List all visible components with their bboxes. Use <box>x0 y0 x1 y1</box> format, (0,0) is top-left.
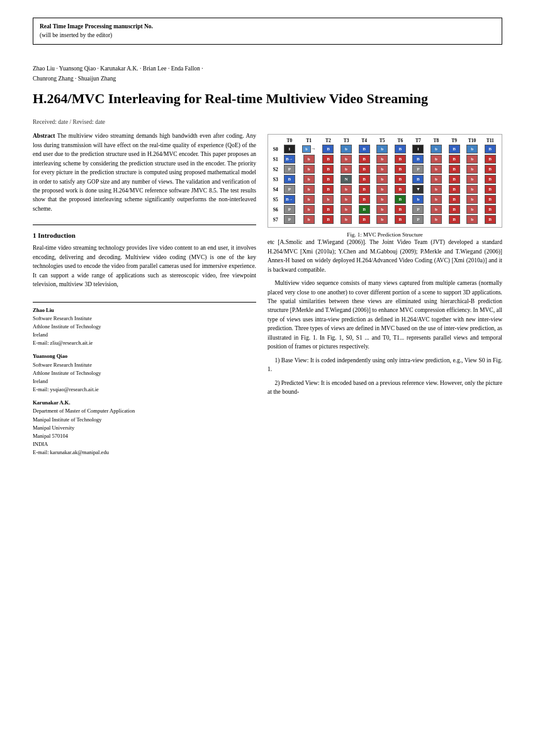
cell-s4-t5: b <box>376 185 388 194</box>
cell-s5-t2: b <box>322 195 334 204</box>
affil-line: Manipal University <box>33 424 256 432</box>
right-para2: Multiview video sequence consists of man… <box>268 279 502 352</box>
page: Real Time Image Processing manuscript No… <box>0 0 535 756</box>
figure-container: T0 T1 T2 T3 T4 T5 T6 T7 T8 T9 T10 <box>268 134 502 238</box>
cell-s7-t7: P <box>412 215 424 224</box>
col-t8-header: T8 <box>427 137 446 144</box>
cell-s4-t10: b <box>466 185 478 194</box>
affil-line: E-mail: karunakar.ak@manipal.edu <box>33 448 256 457</box>
cell-s4-t2: B <box>322 185 334 194</box>
cell-s1-t1: b <box>303 155 315 164</box>
cell-s3-t5: b <box>376 175 388 184</box>
affil-line: Athlone Institute of Technology <box>33 323 256 331</box>
cell-s5-t7: b <box>412 195 424 204</box>
authors-line1: Zhao Liu · Yuansong Qiao · Karunakar A.K… <box>33 64 502 74</box>
authors-line2: Chunrong Zhang · Shuaijun Zhang <box>33 74 502 84</box>
affiliations-block: Zhao Liu Software Research Institute Ath… <box>33 302 256 457</box>
col-t7-header: T7 <box>409 137 427 144</box>
cell-s7-t8: b <box>431 215 442 224</box>
two-col-layout: Abstract The multiview video streaming d… <box>33 131 502 462</box>
cell-s2-t10: b <box>466 165 478 174</box>
mvc-row-s4: S4 P b B b B b B ▼ b B b <box>271 184 499 194</box>
col-t6-header: T6 <box>391 137 410 144</box>
cell-s3-t7: B <box>412 175 424 184</box>
cell-s1-t8: b <box>431 155 442 164</box>
cell-s7-t5: b <box>376 215 388 224</box>
figure-caption: Fig. 1: MVC Prediction Structure <box>347 231 423 238</box>
right-para1: etc [A.Smolic and T.Wiegand (2006)]. The… <box>268 238 502 274</box>
cell-s5-t4: B <box>359 195 370 204</box>
row-label-s0: S0 <box>271 144 280 154</box>
right-para4: 2) Predicted View: It is encoded based o… <box>268 379 502 397</box>
cell-s6-t2: B <box>322 205 334 214</box>
affil-line: INDIA <box>33 440 256 448</box>
right-para3: 1) Base View: It is coded independently … <box>268 356 502 374</box>
cell-s7-t1: b <box>303 215 315 224</box>
cell-s7-t2: B <box>322 215 334 224</box>
col-t4-header: T4 <box>355 137 373 144</box>
cell-s4-t0: P <box>284 185 295 194</box>
cell-s6-t11: B <box>485 205 496 214</box>
mvc-row-s1: S1 B→ b B b B b B B b B <box>271 154 499 164</box>
cell-s3-t0: B <box>284 175 295 184</box>
row-label-s3: S3 <box>271 174 280 184</box>
cell-s2-t11: B <box>485 165 496 174</box>
cell-s0-t0: I <box>284 145 295 153</box>
cell-s5-t10: b <box>466 195 478 204</box>
affil-line: E-mail: ysqiao@research.ait.ie <box>33 386 256 394</box>
row-label-s7: S7 <box>271 214 280 225</box>
cell-s7-t10: b <box>466 215 478 224</box>
affil-line: Ireland <box>33 377 256 386</box>
col-t1-header: T1 <box>298 137 319 144</box>
cell-s0-t5: b <box>376 145 388 153</box>
cell-s2-t8: b <box>431 165 442 174</box>
col-s-header <box>271 137 280 144</box>
left-column: Abstract The multiview video streaming d… <box>33 131 256 462</box>
cell-s4-t8: b <box>431 185 442 194</box>
cell-s3-t1: b <box>303 175 315 184</box>
cell-s6-t4: B <box>359 205 370 214</box>
affil-karunakar: Karunakar A.K. Department of Master of C… <box>33 399 256 457</box>
cell-s1-t9: B <box>449 155 460 164</box>
cell-s1-t4: B <box>359 155 370 164</box>
mvc-row-s0: S0 I b→ B b B b B I b B <box>271 144 499 154</box>
cell-s1-t0: B→ <box>284 155 295 164</box>
cell-s6-t0: P <box>284 205 295 214</box>
cell-s0-t9: B <box>449 145 460 153</box>
header-subtitle: (will be inserted by the editor) <box>40 31 495 40</box>
section1-title: 1 Introduction <box>33 231 256 239</box>
section1-text: Real-time video streaming technology pro… <box>33 243 256 289</box>
col-t3-header: T3 <box>337 137 356 144</box>
col-t10-header: T10 <box>463 137 482 144</box>
cell-s6-t3: b <box>341 205 352 214</box>
affil-line: Department of Master of Computer Applica… <box>33 407 256 415</box>
cell-s3-t4: B <box>359 175 370 184</box>
cell-s5-t9: B <box>449 195 460 204</box>
cell-s4-t11: B <box>485 185 496 194</box>
affil-name-1: Zhao Liu <box>33 306 256 314</box>
cell-s0-t10: b <box>466 145 478 153</box>
affil-yuansong-qiao: Yuansong Qiao Software Research Institut… <box>33 352 256 394</box>
cell-s1-t5: b <box>376 155 388 164</box>
affil-line: Ireland <box>33 331 256 339</box>
cell-s0-t7: I <box>412 145 424 153</box>
cell-s6-t7: P <box>412 205 424 214</box>
cell-s0-t8: b <box>431 145 442 153</box>
affil-zhao-liu: Zhao Liu Software Research Institute Ath… <box>33 306 256 348</box>
abstract-label: Abstract <box>33 133 55 139</box>
cell-s1-t10: b <box>466 155 478 164</box>
affil-line: Software Research Institute <box>33 314 256 323</box>
right-column: T0 T1 T2 T3 T4 T5 T6 T7 T8 T9 T10 <box>268 131 502 462</box>
cell-s5-t5: b <box>376 195 388 204</box>
abstract-block: Abstract The multiview video streaming d… <box>33 131 256 213</box>
cell-s2-t9: B <box>449 165 460 174</box>
received-date: Received: date / Revised: date <box>33 119 502 125</box>
cell-s7-t9: B <box>449 215 460 224</box>
cell-s5-t1: b <box>303 195 315 204</box>
cell-s4-t4: B <box>359 185 370 194</box>
cell-s5-t11: B <box>485 195 496 204</box>
cell-s0-t2: B <box>322 145 334 153</box>
affil-line: Manipal Institute of Technology <box>33 416 256 424</box>
mvc-row-s5: S5 B→ b b b B b B b b B <box>271 194 499 204</box>
cell-s0-t11: B <box>485 145 496 153</box>
